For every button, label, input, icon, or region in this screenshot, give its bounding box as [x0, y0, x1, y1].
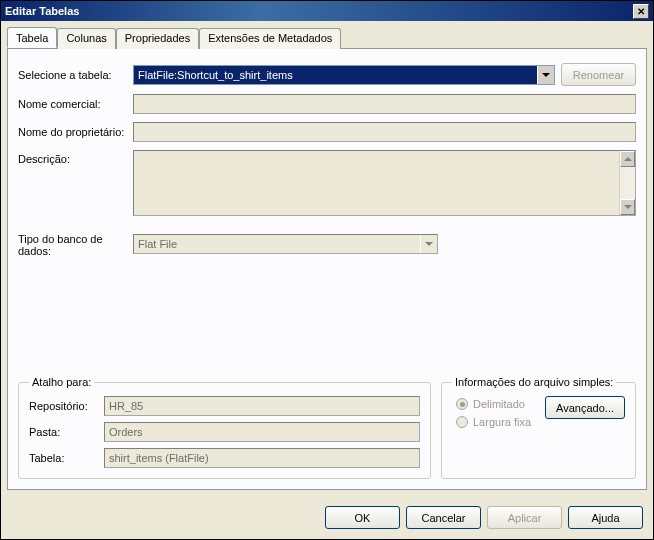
- radio-label: Largura fixa: [473, 416, 531, 428]
- table-field: shirt_items (FlatFile): [104, 448, 420, 468]
- titlebar: Editar Tabelas ✕: [1, 1, 653, 21]
- tab-panel-tabela: Selecione a tabela: FlatFile:Shortcut_to…: [7, 48, 647, 490]
- button-label: Ajuda: [591, 512, 619, 524]
- row-select-table: Selecione a tabela: FlatFile:Shortcut_to…: [18, 63, 636, 86]
- owner-label: Nome do proprietário:: [18, 126, 133, 138]
- tab-label: Tabela: [16, 32, 48, 44]
- table-label: Tabela:: [29, 452, 104, 464]
- db-type-value: Flat File: [134, 238, 420, 250]
- chevron-down-icon: [425, 242, 433, 246]
- close-icon: ✕: [637, 6, 645, 17]
- button-label: Aplicar: [508, 512, 542, 524]
- repo-field: HR_85: [104, 396, 420, 416]
- button-label: OK: [355, 512, 371, 524]
- spacer: [18, 265, 636, 376]
- apply-button: Aplicar: [487, 506, 562, 529]
- fileinfo-legend: Informações do arquivo simples:: [452, 376, 616, 388]
- bottom-area: Atalho para: Repositório: HR_85 Pasta: O…: [18, 376, 636, 479]
- close-button[interactable]: ✕: [633, 4, 649, 19]
- description-label: Descrição:: [18, 150, 133, 165]
- db-type-label: Tipo do banco de dados:: [18, 230, 133, 257]
- radio-delimited: Delimitado: [456, 398, 539, 410]
- content: Tabela Colunas Propriedades Extensões de…: [1, 21, 653, 496]
- radio-label: Delimitado: [473, 398, 525, 410]
- select-table-dropdown[interactable]: FlatFile:Shortcut_to_shirt_items: [133, 65, 555, 85]
- row-folder: Pasta: Orders: [29, 422, 420, 442]
- shortcut-group: Atalho para: Repositório: HR_85 Pasta: O…: [18, 376, 431, 479]
- db-type-dropdown: Flat File: [133, 234, 438, 254]
- tab-colunas[interactable]: Colunas: [57, 28, 115, 49]
- ok-button[interactable]: OK: [325, 506, 400, 529]
- folder-field: Orders: [104, 422, 420, 442]
- window-title: Editar Tabelas: [5, 5, 633, 17]
- radio-icon: [456, 416, 468, 428]
- tab-propriedades[interactable]: Propriedades: [116, 28, 199, 49]
- row-db-type: Tipo do banco de dados: Flat File: [18, 230, 636, 257]
- tab-label: Extensões de Metadados: [208, 32, 332, 44]
- row-business-name: Nome comercial:: [18, 94, 636, 114]
- tab-strip: Tabela Colunas Propriedades Extensões de…: [7, 27, 647, 48]
- button-label: Renomear: [573, 69, 624, 81]
- help-button[interactable]: Ajuda: [568, 506, 643, 529]
- row-repo: Repositório: HR_85: [29, 396, 420, 416]
- chevron-down-icon: [624, 205, 632, 209]
- tab-extensoes[interactable]: Extensões de Metadados: [199, 28, 341, 49]
- business-name-label: Nome comercial:: [18, 98, 133, 110]
- tab-label: Propriedades: [125, 32, 190, 44]
- tab-tabela[interactable]: Tabela: [7, 27, 57, 48]
- radio-fixed: Largura fixa: [456, 416, 539, 428]
- row-description: Descrição:: [18, 150, 636, 216]
- description-field[interactable]: [133, 150, 636, 216]
- rename-button: Renomear: [561, 63, 636, 86]
- scroll-up-button[interactable]: [620, 151, 635, 167]
- dialog-window: Editar Tabelas ✕ Tabela Colunas Propried…: [0, 0, 654, 540]
- button-label: Avançado...: [556, 402, 614, 414]
- fileinfo-group: Informações do arquivo simples: Delimita…: [441, 376, 636, 479]
- select-table-value: FlatFile:Shortcut_to_shirt_items: [134, 66, 537, 84]
- business-name-field[interactable]: [133, 94, 636, 114]
- advanced-button[interactable]: Avançado...: [545, 396, 625, 419]
- shortcut-legend: Atalho para:: [29, 376, 94, 388]
- radio-icon: [456, 398, 468, 410]
- select-table-label: Selecione a tabela:: [18, 69, 133, 81]
- chevron-up-icon: [624, 157, 632, 161]
- button-label: Cancelar: [421, 512, 465, 524]
- owner-field[interactable]: [133, 122, 636, 142]
- dropdown-button: [420, 235, 437, 253]
- row-table: Tabela: shirt_items (FlatFile): [29, 448, 420, 468]
- tab-label: Colunas: [66, 32, 106, 44]
- row-owner: Nome do proprietário:: [18, 122, 636, 142]
- advanced-row: Avançado...: [545, 396, 625, 419]
- scrollbar[interactable]: [619, 151, 635, 215]
- scroll-down-button[interactable]: [620, 199, 635, 215]
- repo-label: Repositório:: [29, 400, 104, 412]
- cancel-button[interactable]: Cancelar: [406, 506, 481, 529]
- footer: OK Cancelar Aplicar Ajuda: [1, 496, 653, 539]
- folder-label: Pasta:: [29, 426, 104, 438]
- radios: Delimitado Largura fixa: [452, 396, 539, 428]
- dropdown-button[interactable]: [537, 66, 554, 84]
- chevron-down-icon: [542, 73, 550, 77]
